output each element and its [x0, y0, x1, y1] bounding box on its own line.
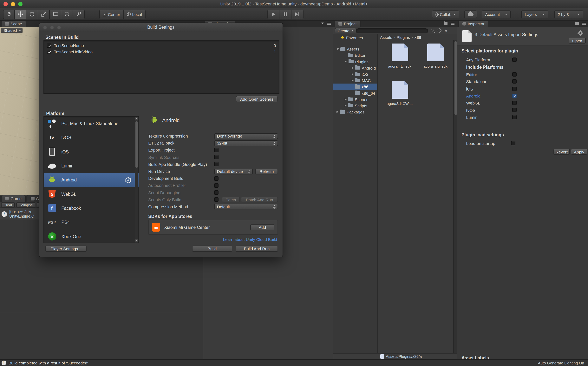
scrollbar-thumb[interactable]	[135, 121, 138, 168]
platform-row-xbox[interactable]: Xbox One	[44, 229, 139, 244]
lock-icon[interactable]	[444, 22, 448, 25]
any-platform-checkbox[interactable]	[512, 58, 517, 62]
platform-row-ps4[interactable]: PS4	[44, 215, 139, 229]
platform-row-lumin[interactable]: Lumin	[44, 159, 139, 173]
play-button[interactable]	[267, 10, 279, 19]
close-icon[interactable]	[43, 26, 47, 30]
scroll-up-icon[interactable]	[135, 117, 138, 121]
account-button[interactable]: Account	[482, 10, 511, 18]
open-button[interactable]: Open	[569, 38, 586, 44]
pause-button[interactable]	[279, 10, 292, 19]
tree-item-favorites[interactable]: Favorites	[333, 35, 377, 41]
load-on-startup-checkbox[interactable]	[511, 141, 515, 145]
tab-project[interactable]: Project	[335, 20, 360, 27]
rotate-tool-button[interactable]	[26, 10, 38, 19]
project-scrollbar[interactable]	[453, 40, 457, 353]
run-device-dropdown[interactable]: Default device	[214, 168, 253, 174]
platform-row-facebook[interactable]: Facebook	[44, 201, 139, 215]
asset-item[interactable]: agora_rtc_sdk	[383, 44, 416, 68]
platform-row-standalone[interactable]: PC, Mac & Linux Standalone	[44, 117, 139, 131]
compression-method-dropdown[interactable]: Default	[214, 204, 278, 210]
platform-row-tvos[interactable]: tvOS	[44, 131, 139, 145]
cloud-button[interactable]	[464, 10, 477, 18]
export-project-checkbox[interactable]	[214, 148, 219, 152]
build-button[interactable]: Build	[192, 245, 232, 252]
save-search-icon[interactable]: ★	[444, 28, 448, 33]
asset-item[interactable]: agora_sig_sdk	[419, 44, 452, 68]
build-app-bundle-checkbox[interactable]	[214, 162, 219, 167]
pivot-local-button[interactable]: Local	[124, 10, 145, 19]
rect-tool-button[interactable]	[50, 10, 61, 19]
breadcrumb-x86[interactable]: x86	[414, 35, 421, 39]
tree-item-editor[interactable]: Editor	[333, 52, 377, 59]
scene-row[interactable]: TestSceneHelloVideo 1	[44, 49, 279, 55]
tab-inspector[interactable]: Inspector	[458, 20, 488, 27]
apply-button[interactable]: Apply	[571, 149, 587, 155]
disclosure-right-icon[interactable]	[337, 111, 338, 113]
disclosure-right-icon[interactable]	[352, 67, 353, 69]
tab-game[interactable]: Game	[1, 195, 25, 202]
platform-checkbox[interactable]	[512, 101, 517, 105]
tree-item-x86[interactable]: x86	[333, 84, 377, 90]
gear-icon[interactable]	[578, 31, 583, 35]
scene-checkbox[interactable]	[47, 50, 51, 54]
build-settings-titlebar[interactable]: Build Settings	[39, 23, 283, 32]
asset-item[interactable]: agoraSdkCWr...	[383, 81, 416, 106]
scale-tool-button[interactable]	[38, 10, 50, 19]
scrollbar-thumb[interactable]	[454, 41, 457, 115]
xiaomi-add-button[interactable]: Add	[250, 224, 274, 230]
lock-icon[interactable]	[575, 22, 579, 25]
move-tool-button[interactable]	[15, 10, 26, 19]
search-by-label-icon[interactable]	[437, 28, 441, 33]
platform-checkbox[interactable]	[512, 115, 517, 119]
tree-item-scenes[interactable]: Scenes	[333, 96, 377, 102]
pan-tool-button[interactable]	[3, 10, 15, 19]
tree-item-ios[interactable]: iOS	[333, 71, 377, 77]
tree-item-plugins[interactable]: Plugins	[333, 59, 377, 65]
platform-row-ios[interactable]: iOS	[44, 145, 139, 159]
platform-checkbox[interactable]	[512, 79, 517, 84]
tree-item-x86-64[interactable]: x86_64	[333, 90, 377, 96]
shading-mode-dropdown[interactable]: Shaded	[1, 28, 22, 33]
scroll-down-icon[interactable]	[135, 239, 138, 243]
disclosure-down-icon[interactable]	[337, 48, 339, 50]
etc2-fallback-dropdown[interactable]: 32-bit	[214, 140, 278, 146]
development-build-checkbox[interactable]	[214, 176, 219, 181]
disclosure-right-icon[interactable]	[352, 79, 353, 82]
console-collapse-button[interactable]: Collapse	[16, 202, 35, 207]
collab-button[interactable]: Collab	[432, 10, 459, 18]
project-search-input[interactable]	[356, 28, 428, 33]
tree-item-mac[interactable]: MAC	[333, 77, 377, 84]
revert-button[interactable]: Revert	[553, 149, 570, 155]
panel-menu-icon[interactable]	[582, 22, 586, 25]
create-dropdown[interactable]: Create	[335, 28, 356, 33]
platform-checkbox[interactable]	[512, 94, 517, 98]
player-settings-button[interactable]: Player Settings...	[45, 245, 87, 252]
platform-scrollbar[interactable]	[135, 117, 138, 243]
platform-row-android[interactable]: Android	[44, 173, 139, 187]
layers-button[interactable]: Layers	[521, 10, 548, 18]
refresh-button[interactable]: Refresh	[255, 168, 278, 174]
search-by-type-icon[interactable]	[431, 29, 434, 31]
platform-checkbox[interactable]	[512, 72, 517, 76]
status-message[interactable]: Build completed with a result of 'Succee…	[8, 361, 88, 365]
cloud-build-link[interactable]: Learn about Unity Cloud Build	[223, 237, 277, 242]
breadcrumb-assets[interactable]: Assets	[380, 35, 392, 39]
platform-checkbox[interactable]	[512, 86, 517, 91]
pivot-center-button[interactable]: Center	[99, 10, 124, 19]
tree-item-scripts[interactable]: Scripts	[333, 103, 377, 109]
console-splitter[interactable]	[0, 312, 203, 312]
panel-menu-icon[interactable]	[451, 22, 455, 25]
platform-row-webgl[interactable]: WebGL	[44, 187, 139, 201]
layout-button[interactable]: 2 by 3	[554, 10, 583, 18]
breadcrumb-plugins[interactable]: Plugins	[397, 35, 410, 39]
add-open-scenes-button[interactable]: Add Open Scenes	[236, 96, 278, 102]
disclosure-right-icon[interactable]	[345, 98, 347, 101]
disclosure-right-icon[interactable]	[352, 73, 353, 75]
custom-tool-button[interactable]	[73, 10, 85, 19]
transform-tool-button[interactable]	[61, 10, 73, 19]
console-clear-button[interactable]: Clear	[1, 202, 15, 207]
scene-row[interactable]: TestSceneHome 0	[44, 42, 279, 49]
tree-item-packages[interactable]: Packages	[333, 109, 377, 115]
tab-scene[interactable]: Scene	[1, 20, 26, 27]
